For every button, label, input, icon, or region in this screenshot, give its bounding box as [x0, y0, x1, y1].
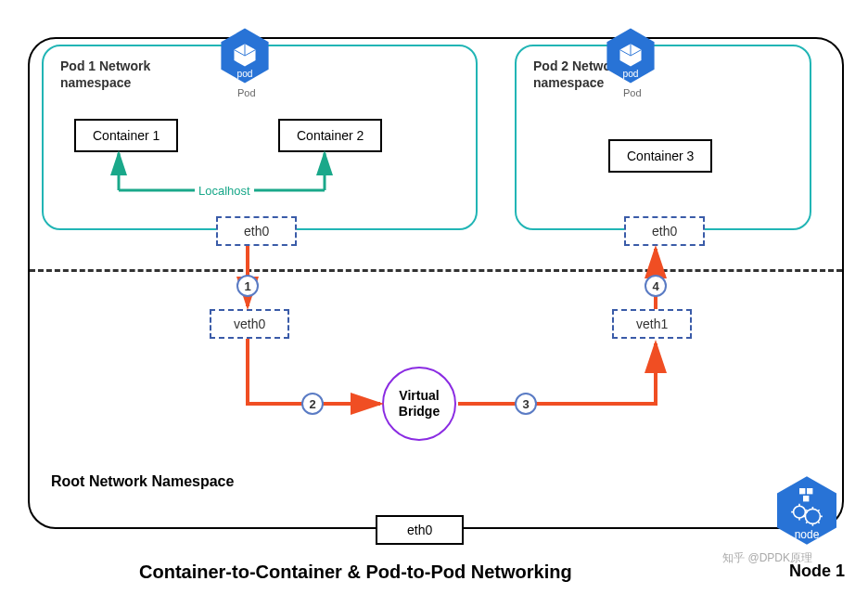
- pod-icon: pod: [601, 26, 660, 85]
- veth1: veth1: [612, 309, 692, 339]
- svg-rect-13: [799, 488, 805, 494]
- container-1: Container 1: [74, 119, 178, 152]
- step-4: 4: [645, 275, 667, 297]
- step-3: 3: [515, 393, 537, 415]
- svg-text:pod: pod: [622, 69, 638, 79]
- pod2-icon-caption: Pod: [623, 87, 642, 98]
- watermark: 知乎 @DPDK原理: [722, 550, 812, 566]
- pod1-title: Pod 1 Network namespace: [60, 58, 150, 91]
- svg-rect-15: [803, 496, 809, 501]
- veth0: veth0: [210, 309, 289, 339]
- pod1-icon-caption: Pod: [237, 87, 256, 98]
- svg-text:pod: pod: [236, 69, 252, 79]
- step-1: 1: [236, 275, 259, 297]
- svg-text:node: node: [795, 528, 820, 541]
- container-2: Container 2: [278, 119, 382, 152]
- virtual-bridge: Virtual Bridge: [382, 367, 456, 441]
- node-icon: node: [770, 473, 844, 548]
- root-namespace-label: Root Network Namespace: [51, 473, 234, 490]
- root-eth0: eth0: [376, 515, 464, 545]
- svg-rect-14: [807, 488, 812, 494]
- pod1-eth0: eth0: [216, 216, 297, 246]
- diagram-title: Container-to-Container & Pod-to-Pod Netw…: [139, 562, 572, 583]
- pod-icon: pod: [215, 26, 274, 85]
- pod2-eth0: eth0: [624, 216, 705, 246]
- step-2: 2: [301, 393, 324, 415]
- pod2-namespace: Pod 2 Network namespace: [515, 45, 811, 230]
- namespace-divider: [30, 269, 842, 272]
- container-3: Container 3: [608, 139, 712, 173]
- localhost-label: Localhost: [195, 184, 254, 198]
